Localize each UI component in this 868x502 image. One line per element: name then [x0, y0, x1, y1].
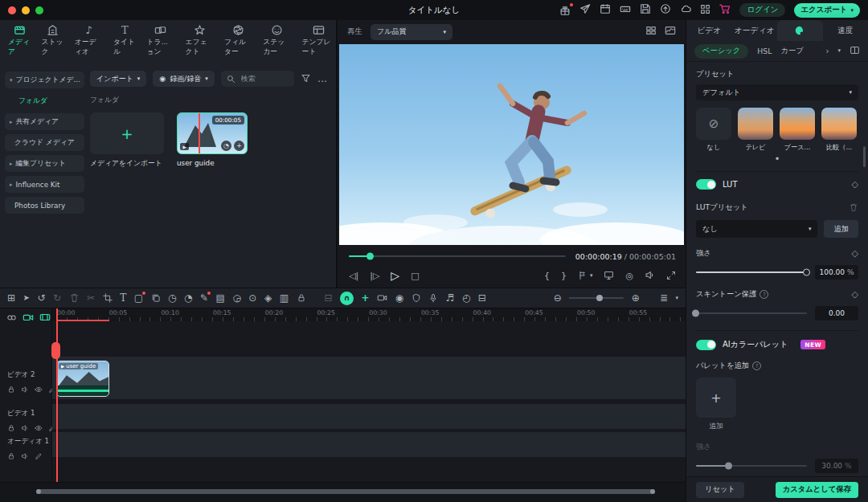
- preset-item-none[interactable]: ⊘なし: [696, 108, 731, 152]
- tab-effects[interactable]: エフェクト: [185, 24, 213, 57]
- second-screen-icon[interactable]: [604, 268, 614, 284]
- track-lock-icon[interactable]: [7, 448, 15, 463]
- sidebar-item-edit-presets[interactable]: ▸編集プリセット: [5, 155, 84, 172]
- slider-handle[interactable]: [803, 269, 810, 276]
- tab-templates[interactable]: テンプレート: [302, 24, 336, 57]
- tab-stickers[interactable]: ステッカー: [263, 24, 291, 57]
- preset-page-dot[interactable]: •: [696, 154, 858, 164]
- lut-toggle[interactable]: [696, 179, 716, 190]
- timeline-clip[interactable]: ▶user guide: [56, 361, 109, 397]
- ai-tools-icon[interactable]: ✎: [200, 293, 208, 303]
- media-lock-icon[interactable]: [297, 291, 306, 306]
- lut-keyframe-diamond-icon[interactable]: ◇: [852, 179, 858, 190]
- lut-skin-value[interactable]: 0.00: [815, 306, 858, 320]
- workspace-layout-icon[interactable]: ⊞: [7, 293, 15, 303]
- scopes-icon[interactable]: [665, 24, 676, 39]
- tab-color[interactable]: [777, 20, 823, 41]
- import-dropdown[interactable]: インポート▾: [90, 71, 146, 87]
- auto-ripple-icon[interactable]: +: [362, 293, 370, 303]
- ai-strength-slider[interactable]: [696, 465, 807, 467]
- tab-audio[interactable]: ♪オーディオ: [75, 24, 103, 57]
- fullscreen-icon[interactable]: [666, 268, 676, 284]
- playhead-line[interactable]: [56, 308, 58, 482]
- track-mute-icon[interactable]: [21, 420, 29, 435]
- keyframe-icon[interactable]: ◈: [264, 293, 272, 303]
- zoom-button[interactable]: [35, 6, 43, 14]
- undo-icon[interactable]: ↺: [37, 293, 45, 303]
- track-hide-icon[interactable]: [35, 382, 43, 397]
- next-frame-button[interactable]: |▷: [370, 271, 379, 280]
- lut-add-button[interactable]: 追加: [824, 220, 858, 238]
- preset-item-compare[interactable]: 比較（...: [821, 108, 857, 152]
- compare-view-icon[interactable]: [850, 43, 860, 59]
- search-box[interactable]: [221, 71, 294, 87]
- preset-dropdown[interactable]: デフォルト ▾: [696, 84, 858, 100]
- record-dropdown[interactable]: ◉録画/録音▾: [153, 71, 214, 87]
- link-clips-icon[interactable]: [6, 311, 17, 326]
- previous-frame-button[interactable]: ◁|: [349, 271, 358, 280]
- mark-in-button[interactable]: {: [544, 271, 550, 280]
- add-palette-card[interactable]: + 追加: [696, 378, 736, 431]
- zoom-slider-handle[interactable]: [596, 295, 603, 301]
- timer-icon[interactable]: ◶: [232, 293, 240, 303]
- cart-icon[interactable]: [719, 2, 731, 18]
- chevron-down-icon[interactable]: ▾: [837, 48, 841, 54]
- sidebar-item-photos-library[interactable]: Photos Library: [5, 197, 84, 214]
- timeline-zoom-slider[interactable]: [569, 297, 624, 299]
- tab-titles[interactable]: Tタイトル: [113, 24, 136, 57]
- track-mute-icon[interactable]: [21, 382, 29, 397]
- cloud-sync-icon[interactable]: [680, 2, 691, 18]
- subtab-scroll-right-icon[interactable]: ›: [825, 47, 829, 55]
- track-hide-icon[interactable]: [35, 420, 43, 435]
- tab-filters[interactable]: フィルター: [224, 24, 252, 57]
- tab-transition[interactable]: トラ...ョン: [146, 24, 174, 57]
- text-tool-icon[interactable]: T: [120, 293, 126, 303]
- sidebar-item-folder[interactable]: フォルダ: [5, 92, 84, 109]
- apps-grid-icon[interactable]: [700, 2, 710, 18]
- share-icon[interactable]: [579, 2, 591, 18]
- motion-tracking-icon[interactable]: ⊙: [248, 293, 256, 303]
- add-to-timeline-button[interactable]: +: [234, 141, 244, 151]
- sidebar-item-project-media[interactable]: ▾プロジェクトメデ...: [5, 71, 84, 88]
- save-icon[interactable]: [640, 2, 651, 18]
- insert-marker-icon[interactable]: ⊟: [325, 293, 333, 303]
- tab-video[interactable]: ビデオ: [686, 20, 732, 41]
- export-button[interactable]: エクスポート ▾: [794, 3, 860, 18]
- login-button[interactable]: ログイン: [739, 3, 785, 17]
- scrubber-handle[interactable]: [366, 253, 374, 260]
- sidebar-item-cloud-media[interactable]: クラウド メディア: [5, 134, 84, 151]
- gift-icon[interactable]: [559, 5, 571, 16]
- quality-dropdown[interactable]: フル品質▾: [371, 24, 452, 40]
- lut-select-dropdown[interactable]: なし ▾: [696, 220, 817, 238]
- zoom-out-icon[interactable]: ⊖: [554, 293, 562, 303]
- mask-icon[interactable]: ▢: [134, 293, 143, 303]
- slider-handle[interactable]: [692, 310, 699, 317]
- track-lock-icon[interactable]: [7, 382, 15, 397]
- select-tool-icon[interactable]: ➤: [23, 294, 30, 302]
- delete-icon[interactable]: [69, 291, 80, 306]
- tab-media[interactable]: メディア: [8, 24, 31, 57]
- chroma-key-icon[interactable]: ◔: [184, 293, 192, 303]
- preview-cam-icon[interactable]: [23, 311, 34, 326]
- lut-skin-keyframe-icon[interactable]: ◇: [852, 289, 858, 300]
- keyboard-shortcut-icon[interactable]: [620, 2, 631, 18]
- upload-icon[interactable]: [660, 2, 671, 18]
- subtitle-icon[interactable]: ⊟: [478, 293, 486, 303]
- film-track-icon[interactable]: [39, 311, 51, 326]
- subtab-hsl[interactable]: HSL: [757, 47, 772, 55]
- track-lock-icon[interactable]: [7, 420, 15, 435]
- slider-handle[interactable]: [725, 463, 732, 470]
- record-camera-icon[interactable]: [377, 291, 387, 306]
- minimize-button[interactable]: [22, 6, 30, 14]
- schedule-icon[interactable]: [600, 2, 611, 18]
- snapping-toggle-icon[interactable]: ∩: [340, 292, 354, 305]
- preset-item-boost[interactable]: ブース...: [780, 108, 815, 152]
- mask-shield-icon[interactable]: [411, 291, 421, 306]
- stop-button[interactable]: □: [411, 271, 419, 280]
- track-lane-video1[interactable]: [52, 404, 686, 429]
- lut-delete-icon[interactable]: [849, 200, 858, 215]
- tab-stock[interactable]: ストック: [41, 24, 63, 57]
- screen-record-icon[interactable]: ◉: [395, 293, 403, 303]
- audio-mixer-icon[interactable]: ♬: [446, 293, 455, 303]
- layout-grid-icon[interactable]: [645, 24, 657, 39]
